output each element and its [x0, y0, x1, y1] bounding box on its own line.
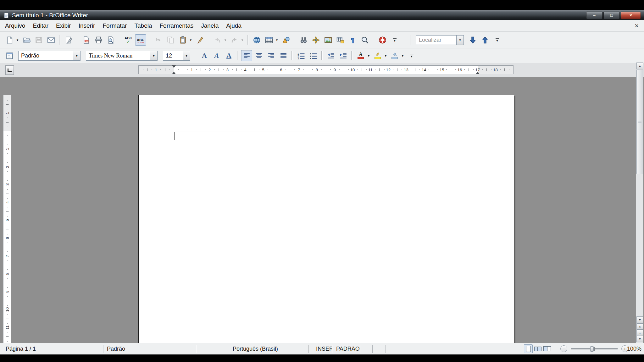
zoom-slider-thumb[interactable]: [590, 346, 594, 352]
bold-button[interactable]: A: [199, 50, 210, 61]
spellcheck-button[interactable]: ABC✓: [123, 34, 134, 46]
align-right-button[interactable]: [265, 50, 277, 61]
page-preview-button[interactable]: [105, 34, 116, 46]
status-selection-mode[interactable]: PADRÃO: [336, 343, 360, 354]
book-view-button[interactable]: [543, 344, 552, 353]
zoom-out-button[interactable]: −: [560, 345, 567, 352]
highlighting-dropdown[interactable]: ▾: [383, 50, 388, 61]
bullet-list-button[interactable]: [308, 50, 319, 61]
menu-tabela[interactable]: Tabela: [131, 20, 156, 31]
save-button[interactable]: [33, 34, 44, 46]
decrease-indent-button[interactable]: [325, 50, 336, 61]
single-page-view-button[interactable]: [524, 344, 533, 353]
nonprinting-characters-button[interactable]: ¶: [347, 34, 358, 46]
highlighting-button[interactable]: [372, 50, 383, 61]
numbered-list-button[interactable]: 123: [295, 50, 307, 61]
undo-button[interactable]: [212, 34, 223, 46]
status-language[interactable]: Português (Brasil): [233, 343, 278, 354]
edit-file-button[interactable]: [63, 34, 74, 46]
paragraph-style-combo[interactable]: Padrão▾: [18, 51, 80, 61]
auto-spellcheck-button[interactable]: ABC: [135, 34, 146, 46]
paste-button[interactable]: [177, 34, 188, 46]
styles-window-button[interactable]: [4, 50, 15, 61]
minimize-button[interactable]: –: [586, 12, 602, 19]
vertical-scrollbar[interactable]: ▲ ▼ ▲ ● ▼: [636, 62, 643, 343]
menu-editar[interactable]: Editar: [29, 20, 52, 31]
zoom-level[interactable]: 100%: [627, 343, 641, 354]
scrollbar-thumb[interactable]: [636, 70, 643, 174]
font-color-button[interactable]: A: [355, 50, 366, 61]
paragraph-style-dropdown[interactable]: ▾: [73, 51, 80, 60]
navigation-button[interactable]: ●: [636, 330, 643, 336]
table-dropdown[interactable]: ▾: [275, 35, 279, 45]
document-close-button[interactable]: ✕: [631, 22, 643, 30]
font-name-combo[interactable]: Times New Roman▾: [86, 51, 158, 61]
table-button[interactable]: [263, 34, 275, 46]
zoom-slider[interactable]: [571, 348, 618, 349]
export-pdf-button[interactable]: PDF: [80, 34, 92, 46]
toolbar-options-button[interactable]: ▾: [389, 34, 400, 46]
status-insert-mode[interactable]: INSER: [316, 343, 333, 354]
background-color-dropdown[interactable]: ▾: [400, 50, 405, 61]
previous-page-button[interactable]: ▲: [636, 323, 643, 330]
document-page[interactable]: [138, 95, 514, 343]
menu-janela[interactable]: Janela: [197, 20, 222, 31]
toolbar-options-button[interactable]: ▾: [491, 34, 503, 46]
draw-functions-button[interactable]: [280, 34, 291, 46]
help-button[interactable]: [377, 34, 388, 46]
menu-inserir[interactable]: Inserir: [75, 20, 99, 31]
zoom-button[interactable]: [359, 34, 370, 46]
multi-page-view-button[interactable]: [533, 344, 542, 353]
format-paintbrush-button[interactable]: [194, 34, 205, 46]
open-button[interactable]: [21, 34, 32, 46]
italic-button[interactable]: A: [211, 50, 222, 61]
background-color-button[interactable]: [389, 50, 400, 61]
scroll-down-button[interactable]: ▼: [636, 316, 643, 323]
font-size-dropdown[interactable]: ▾: [183, 51, 190, 60]
increase-indent-button[interactable]: [337, 50, 349, 61]
new-document-button[interactable]: [4, 34, 15, 46]
copy-button[interactable]: [165, 34, 176, 46]
status-page-style[interactable]: Padrão: [107, 343, 125, 354]
first-line-indent-marker[interactable]: [172, 65, 176, 68]
scroll-up-button[interactable]: ▲: [636, 63, 643, 69]
send-email-button[interactable]: [45, 34, 57, 46]
font-size-combo[interactable]: 12▾: [163, 51, 190, 61]
find-previous-button[interactable]: [479, 34, 491, 46]
find-text-dropdown[interactable]: ▾: [456, 36, 464, 45]
menu-exibir[interactable]: Exibir: [52, 20, 75, 31]
font-color-dropdown[interactable]: ▾: [366, 50, 371, 61]
cut-button[interactable]: ✂: [153, 34, 164, 46]
align-center-button[interactable]: [253, 50, 264, 61]
find-text-value: Localizar: [416, 37, 456, 43]
data-sources-button[interactable]: [335, 34, 346, 46]
menu-formatar[interactable]: Formatar: [99, 20, 130, 31]
status-page-number[interactable]: Página 1 / 1: [6, 343, 36, 354]
menu-arquivo[interactable]: Arquivo: [1, 20, 29, 31]
toolbar-options-button[interactable]: ▾: [406, 50, 417, 61]
redo-dropdown[interactable]: ▾: [240, 35, 245, 45]
underline-button[interactable]: A: [223, 50, 235, 61]
find-replace-button[interactable]: [298, 34, 309, 46]
new-document-dropdown[interactable]: ▾: [15, 35, 20, 45]
tab-stop-selector[interactable]: [5, 65, 14, 75]
find-text-combo[interactable]: Localizar▾: [416, 35, 464, 45]
undo-dropdown[interactable]: ▾: [223, 35, 228, 45]
maximize-button[interactable]: □: [603, 12, 620, 19]
menu-ferramentas[interactable]: Ferramentas: [156, 20, 197, 31]
gallery-button[interactable]: [322, 34, 334, 46]
left-indent-marker[interactable]: [172, 72, 176, 74]
find-next-button[interactable]: [467, 34, 478, 46]
font-name-dropdown[interactable]: ▾: [150, 51, 157, 60]
align-left-button[interactable]: [241, 50, 252, 61]
paste-dropdown[interactable]: ▾: [188, 35, 193, 45]
align-justify-button[interactable]: [278, 50, 289, 61]
print-button[interactable]: [93, 34, 104, 46]
close-button[interactable]: ✕: [621, 12, 641, 19]
next-page-button[interactable]: ▼: [636, 336, 643, 342]
navigator-button[interactable]: [310, 34, 321, 46]
menu-ajuda[interactable]: Ajuda: [222, 20, 245, 31]
title-bar[interactable]: Sem título 1 - BrOffice Writer –□✕: [0, 10, 644, 20]
redo-button[interactable]: [229, 34, 240, 46]
hyperlink-button[interactable]: [251, 34, 262, 46]
